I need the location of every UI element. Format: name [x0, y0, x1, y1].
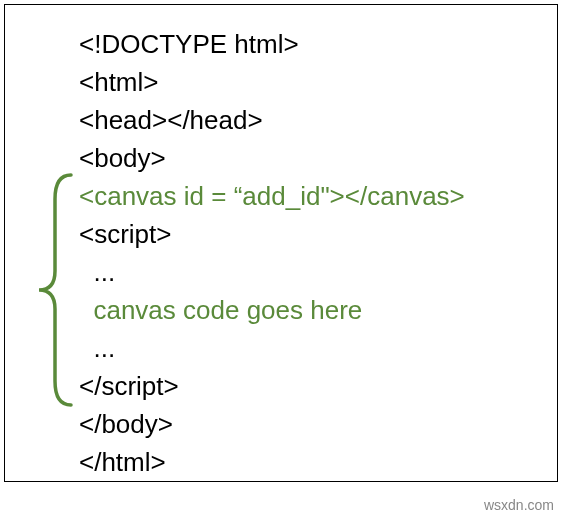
code-line-script-open: <script> [79, 215, 465, 253]
code-line-doctype: <!DOCTYPE html> [79, 25, 465, 63]
code-line-ellipsis-2: ... [79, 329, 465, 367]
code-line-body-open: <body> [79, 139, 465, 177]
code-line-head: <head></head> [79, 101, 465, 139]
code-line-body-close: </body> [79, 405, 465, 443]
code-line-ellipsis-1: ... [79, 253, 465, 291]
code-line-html-close: </html> [79, 443, 465, 481]
curly-brace-icon [35, 171, 75, 409]
code-frame: <!DOCTYPE html> <html> <head></head> <bo… [4, 4, 558, 482]
code-line-script-close: </script> [79, 367, 465, 405]
code-line-html-open: <html> [79, 63, 465, 101]
watermark-text: wsxdn.com [484, 497, 554, 513]
code-line-comment: canvas code goes here [79, 291, 465, 329]
code-block: <!DOCTYPE html> <html> <head></head> <bo… [79, 25, 465, 481]
code-line-canvas: <canvas id = “add_id"></canvas> [79, 177, 465, 215]
